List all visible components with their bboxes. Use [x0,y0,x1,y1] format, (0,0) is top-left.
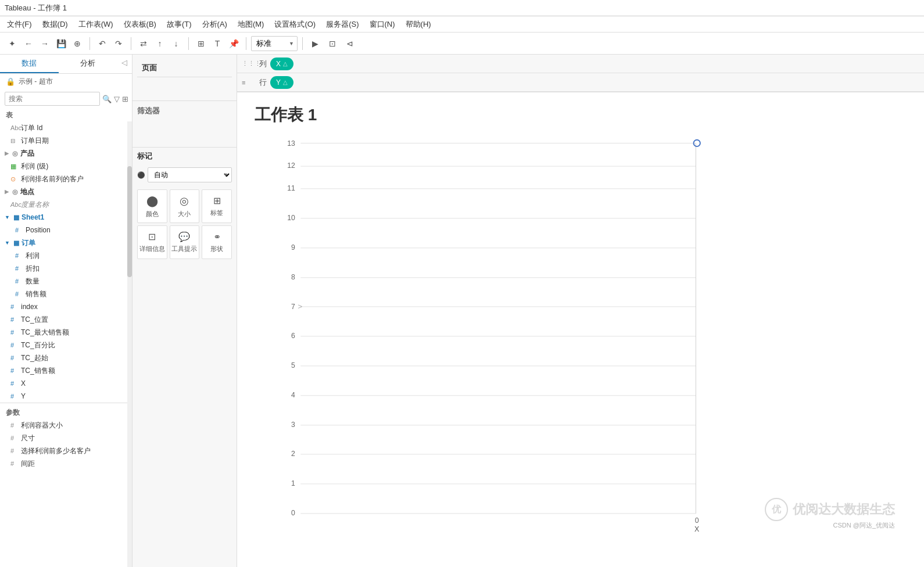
field-position-label: Position [26,226,51,234]
field-tc-position[interactable]: # TC_位置 [0,313,132,326]
param-top-n[interactable]: # 选择利润前多少名客户 [0,444,132,457]
hash-tc-max-icon: # [10,329,19,336]
field-top-customers[interactable]: ⊙ 利润排名前列的客户 [0,173,132,185]
toolbar-label-btn[interactable]: T [210,36,225,51]
list-view-icon[interactable]: ⊞ [122,92,128,105]
field-order-date[interactable]: ⊟ 订单日期 [0,134,132,147]
middle-panel: 页面 筛选器 标记 ⚫ 自动 ▼ ⬤ 颜色 [132,55,237,567]
field-group-products-label: 产品 [20,149,34,159]
abc-icon: Abc [10,124,19,131]
toolbar-share-btn[interactable]: ⊲ [342,36,357,51]
y-label-4: 4 [291,391,295,399]
chart-svg: 0 1 2 3 4 5 6 7 8 9 10 11 12 13 [255,138,907,533]
left-panel-close-btn[interactable]: ◁ [117,55,132,73]
toolbar-sort-desc-btn[interactable]: ↓ [169,36,184,51]
toolbar-home-btn[interactable]: ✦ [5,36,20,51]
field-index[interactable]: # index [0,300,132,313]
menu-story[interactable]: 故事(T) [162,17,196,31]
col-shelf-label: 列 [259,59,267,69]
menu-file[interactable]: 文件(F) [2,17,37,31]
search-icon[interactable]: 🔍 [102,92,112,105]
tab-analysis[interactable]: 分析 [59,55,117,73]
field-y[interactable]: # Y [0,390,132,403]
menu-worksheet[interactable]: 工作表(W) [74,17,118,31]
field-position[interactable]: # Position [0,224,132,236]
field-tc-sales[interactable]: # TC_销售额 [0,364,132,377]
toolbar-undo-btn[interactable]: ↶ [95,36,110,51]
toolbar-pin-btn[interactable]: 📌 [226,36,241,51]
marks-color-btn[interactable]: ⬤ 颜色 [137,189,167,223]
field-order-id[interactable]: Abc 订单 Id [0,121,132,134]
filter-icon[interactable]: ▽ [114,92,120,105]
toolbar-save-btn[interactable]: 💾 [53,36,69,51]
menu-server[interactable]: 服务器(S) [321,17,363,31]
marks-label-btn[interactable]: ⊞ 标签 [202,189,232,223]
field-group-products[interactable]: ▶ ◎ 产品 [0,147,132,160]
marks-tooltip-btn[interactable]: 💬 工具提示 [170,225,200,259]
toolbar-standard-select[interactable]: 标准 [251,36,298,51]
toolbar-swap-btn[interactable]: ⇄ [136,36,151,51]
field-profit-level[interactable]: ▦ 利润 (级) [0,160,132,173]
group-location-icon: ◎ [12,188,18,196]
row-pill-y[interactable]: Y △ [270,76,293,89]
menu-analysis[interactable]: 分析(A) [198,17,232,31]
marks-color-label: 颜色 [146,210,159,218]
data-source-name[interactable]: 示例 - 超市 [19,77,53,87]
menu-data[interactable]: 数据(D) [38,17,73,31]
hash-y-icon: # [10,393,19,400]
menu-map[interactable]: 地图(M) [233,17,269,31]
col-shelf-row: ⋮⋮⋮ 列 X △ [237,55,924,73]
field-tc-max-sales[interactable]: # TC_最大销售额 [0,326,132,339]
search-input[interactable] [5,92,100,106]
toolbar-present2-btn[interactable]: ⊡ [325,36,340,51]
field-profit[interactable]: # 利润 [0,249,132,262]
field-discount[interactable]: # 折扣 [0,262,132,275]
field-group-sheet1[interactable]: ▼ ▦ Sheet1 [0,211,132,224]
toolbar-back-btn[interactable]: ← [21,36,36,51]
hash-index-icon: # [10,303,19,310]
watermark-logo: 优 [765,498,788,521]
field-quantity[interactable]: # 数量 [0,275,132,288]
hash-x-icon: # [10,380,19,387]
field-x[interactable]: # X [0,377,132,390]
field-group-location[interactable]: ▶ ◎ 地点 [0,185,132,198]
toolbar-fit-btn[interactable]: ⊞ [194,36,209,51]
menu-bar: 文件(F) 数据(D) 工作表(W) 仪表板(B) 故事(T) 分析(A) 地图… [0,16,924,33]
toolbar-forward-btn[interactable]: → [37,36,52,51]
col-shelf-icon: ⋮⋮⋮ [242,60,256,67]
marks-detail-btn[interactable]: ⊡ 详细信息 [137,225,167,259]
data-source-icon: 🔒 [6,77,15,86]
field-tc-start[interactable]: # TC_起始 [0,351,132,364]
field-measure-name[interactable]: Abc 度量名称 [0,198,132,211]
scrollbar-track[interactable] [127,121,132,567]
param-size[interactable]: # 尺寸 [0,432,132,444]
param-spacing[interactable]: # 间距 [0,457,132,470]
marks-type-select[interactable]: 自动 [148,167,232,182]
toolbar-present-btn[interactable]: ▶ [307,36,323,51]
field-tc-percent[interactable]: # TC_百分比 [0,339,132,351]
field-profit-level-label: 利润 (级) [21,162,48,171]
row-shelf-label: 行 [259,77,267,88]
tab-data[interactable]: 数据 [0,55,59,73]
menu-help[interactable]: 帮助(H) [401,17,436,31]
marks-size-btn[interactable]: ◎ 大小 [170,189,200,223]
hash-sales-icon: # [15,290,23,297]
col-pill-x-label: X [276,60,281,68]
toolbar-redo-btn[interactable]: ↷ [111,36,126,51]
menu-format[interactable]: 设置格式(O) [270,17,320,31]
menu-dashboard[interactable]: 仪表板(B) [119,17,161,31]
field-tc-start-label: TC_起始 [21,353,48,363]
toolbar-new-datasource-btn[interactable]: ⊕ [70,36,85,51]
field-group-orders[interactable]: ▼ ▦ 订单 [0,236,132,249]
param-profit-size[interactable]: # 利润容器大小 [0,419,132,432]
y-label-5: 5 [291,361,295,369]
orders-collapse-icon: ▼ [5,240,10,246]
scrollbar-thumb[interactable] [127,166,132,278]
marks-shape-label: 形状 [210,245,223,253]
field-sales[interactable]: # 销售额 [0,288,132,300]
toolbar-sort-asc-btn[interactable]: ↑ [152,36,167,51]
hash-quantity-icon: # [15,278,23,285]
menu-window[interactable]: 窗口(N) [365,17,400,31]
col-pill-x[interactable]: X △ [270,58,293,70]
marks-shape-btn[interactable]: ⚭ 形状 [202,225,232,259]
